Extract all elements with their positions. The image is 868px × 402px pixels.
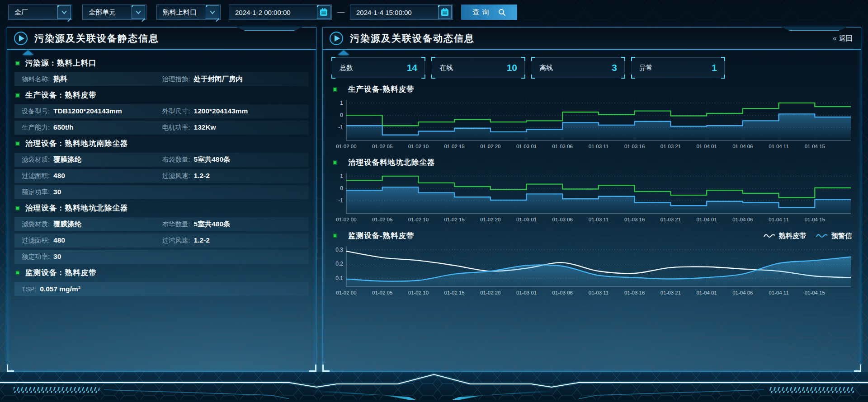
svg-text:01-04 15: 01-04 15 xyxy=(805,144,825,149)
corner-accent xyxy=(721,57,725,61)
section-header-label: 治理设备：熟料地坑南除尘器 xyxy=(25,139,128,149)
svg-text:01-03 16: 01-03 16 xyxy=(624,217,645,222)
info-label: 过滤面积: xyxy=(22,172,50,180)
info-cell: 滤袋材质:覆膜涤纶 xyxy=(22,220,162,229)
svg-text:01-03 16: 01-03 16 xyxy=(624,144,645,149)
info-row: 滤袋材质:覆膜涤纶布华数量:5室共480条 xyxy=(14,217,309,231)
info-value: 5室共480条 xyxy=(194,155,231,164)
svg-text:01-02 20: 01-02 20 xyxy=(480,217,500,222)
svg-text:01-04 06: 01-04 06 xyxy=(732,217,753,222)
info-cell: 电机功率:132Kw xyxy=(162,123,303,132)
svg-text:01-03 06: 01-03 06 xyxy=(552,217,573,222)
info-cell: 生产能力:650t/h xyxy=(22,123,162,132)
info-cell: 设备型号:TDB1200*204143mm xyxy=(22,107,162,116)
chart-canvas[interactable]: 10-101-02 0001-02 0501-02 1001-02 1501-0… xyxy=(330,169,854,224)
svg-text:01-02 10: 01-02 10 xyxy=(408,290,429,295)
back-button-label: 返回 xyxy=(839,34,853,43)
unit-select[interactable]: 全部单元 xyxy=(82,5,146,20)
dynamic-info-panel: 污染源及关联设备动态信息 « 返回 总数 14 在线 xyxy=(322,27,861,372)
panel-title: 污染源及关联设备静态信息 xyxy=(34,32,308,45)
chevron-down-icon[interactable] xyxy=(206,5,219,19)
pollution-source-select-value: 熟料上料口 xyxy=(163,8,206,17)
corner-accent xyxy=(421,57,425,61)
unit-select-value: 全部单元 xyxy=(89,8,132,17)
legend-item[interactable]: 预警信 xyxy=(816,232,852,240)
section-header-label: 污染源：熟料上料口 xyxy=(25,58,97,68)
plant-select[interactable]: 全厂 xyxy=(8,5,72,20)
end-datetime-input[interactable]: 2024-1-4 15:00:00 xyxy=(350,5,453,20)
corner-accent xyxy=(421,75,425,79)
svg-text:01-02 00: 01-02 00 xyxy=(336,144,356,149)
info-label: 额定功率: xyxy=(22,252,50,261)
svg-text:01-03 21: 01-03 21 xyxy=(660,290,681,295)
static-info-header: 污染源及关联设备静态信息 xyxy=(7,28,316,50)
chart-title-row: 生产设备-熟料皮带 xyxy=(333,84,852,95)
info-value: 650t/h xyxy=(53,123,74,131)
corner-accent xyxy=(431,75,435,79)
info-label: 额定功率: xyxy=(22,188,50,196)
svg-text:01-04 06: 01-04 06 xyxy=(732,144,753,149)
info-label: 过滤风速: xyxy=(162,172,190,180)
info-row: 生产能力:650t/h电机功率:132Kw xyxy=(14,121,309,135)
corner-accent xyxy=(531,57,535,61)
back-button[interactable]: « 返回 xyxy=(833,34,853,43)
chart-title-row: 监测设备-熟料皮带熟料皮带预警信 xyxy=(333,230,852,242)
info-cell: 外型尺寸:1200*204143mm xyxy=(162,107,303,116)
query-button[interactable]: 查询 xyxy=(461,5,517,20)
corner-accent xyxy=(521,57,525,61)
svg-text:01-03 11: 01-03 11 xyxy=(589,217,609,222)
green-square-icon xyxy=(15,93,20,98)
start-datetime-input[interactable]: 2024-1-2 00:00:00 xyxy=(229,5,332,20)
header-chevron-decoration xyxy=(338,50,349,55)
info-value: TDB1200*204143mm xyxy=(53,107,122,115)
corner-accent xyxy=(531,75,535,79)
chart-canvas[interactable]: 10-101-02 0001-02 0501-02 1001-02 1501-0… xyxy=(330,96,854,151)
svg-text:01-03 21: 01-03 21 xyxy=(660,144,681,149)
svg-text:01-04 11: 01-04 11 xyxy=(769,144,788,149)
end-datetime-value: 2024-1-4 15:00:00 xyxy=(356,9,412,16)
info-value: 1.2-2 xyxy=(194,172,210,180)
stat-value: 14 xyxy=(407,62,417,73)
section-header: 监测设备：熟料皮带 xyxy=(15,266,309,280)
main-panels: 污染源及关联设备静态信息 污染源：熟料上料口物料名称:熟料治理措施:处于封闭厂房… xyxy=(7,27,861,372)
corner-accent xyxy=(309,365,316,372)
corner-accent xyxy=(206,5,208,8)
svg-text:01-03 06: 01-03 06 xyxy=(552,144,573,149)
pollution-source-select[interactable]: 熟料上料口 xyxy=(156,5,221,20)
calendar-icon[interactable] xyxy=(317,5,330,19)
calendar-icon[interactable] xyxy=(438,5,452,19)
info-row: 滤袋材质:覆膜涤纶布袋数量:5室共480条 xyxy=(14,153,309,167)
footer-decoration xyxy=(0,372,868,402)
svg-text:0.3: 0.3 xyxy=(335,247,343,253)
info-value: 30 xyxy=(53,188,61,196)
stat-offline: 离线 3 xyxy=(532,57,625,78)
info-value: 0.057 mg/m³ xyxy=(40,285,80,293)
section-header: 生产设备：熟料皮带 xyxy=(15,89,309,102)
svg-text:01-03 11: 01-03 11 xyxy=(589,290,609,295)
info-value: 1.2-2 xyxy=(194,236,210,244)
svg-text:01-02 00: 01-02 00 xyxy=(336,290,356,295)
svg-text:0: 0 xyxy=(340,112,343,118)
legend-item[interactable]: 熟料皮带 xyxy=(764,232,806,240)
svg-text:01-04 15: 01-04 15 xyxy=(805,290,825,295)
info-label: 滤袋材质: xyxy=(22,220,50,229)
chevron-down-icon[interactable] xyxy=(57,5,71,19)
info-label: 外型尺寸: xyxy=(162,107,190,116)
info-label: 布袋数量: xyxy=(162,155,190,164)
legend-label: 预警信 xyxy=(831,232,852,240)
info-label: 电机功率: xyxy=(162,123,190,132)
info-value: 30 xyxy=(53,252,61,261)
stat-label: 总数 xyxy=(340,64,353,72)
stat-label: 在线 xyxy=(439,64,453,72)
chart-legend: 熟料皮带预警信 xyxy=(764,232,852,240)
svg-text:01-03 01: 01-03 01 xyxy=(516,217,537,222)
info-row: 过滤面积:480过滤风速:1.2-2 xyxy=(14,169,309,183)
svg-text:01-02 15: 01-02 15 xyxy=(444,144,464,149)
svg-text:01-04 15: 01-04 15 xyxy=(805,217,825,222)
chart-canvas[interactable]: 0.30.20.101-02 0001-02 0501-02 1001-02 1… xyxy=(330,243,854,298)
corner-accent xyxy=(521,75,525,79)
chevron-down-icon[interactable] xyxy=(132,5,145,19)
info-row: TSP:0.057 mg/m³ xyxy=(14,282,309,296)
corner-accent xyxy=(57,5,60,8)
info-label: 布华数量: xyxy=(162,220,190,229)
